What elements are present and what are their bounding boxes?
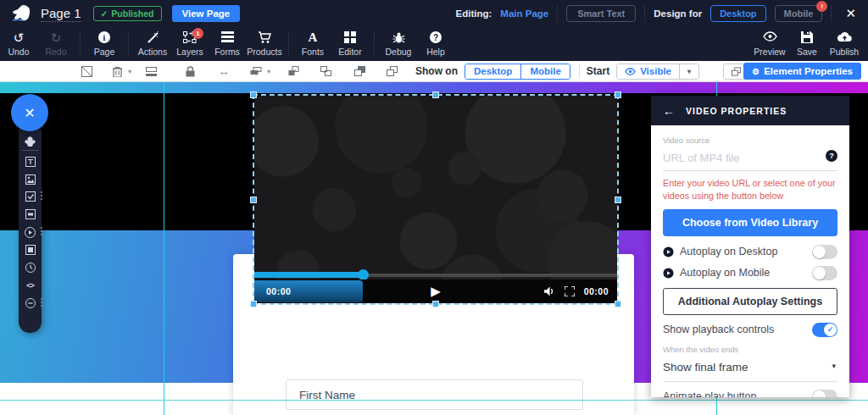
redo-button[interactable]: ↻ Redo	[37, 31, 75, 57]
resize-handle-se[interactable]	[615, 301, 621, 307]
palette-progress-tool[interactable]	[19, 296, 42, 311]
show-playback-controls-toggle[interactable]: ✓	[812, 323, 837, 337]
fonts-button[interactable]: A Fonts	[294, 31, 331, 57]
view-page-button[interactable]: View Page	[172, 5, 241, 22]
resize-handle-ne[interactable]	[615, 91, 621, 98]
video-duration: 00:00	[584, 286, 609, 296]
volume-icon[interactable]	[544, 286, 555, 296]
undo-button[interactable]: ↺ Undo	[0, 31, 37, 57]
close-editor-icon[interactable]: ✕	[840, 6, 861, 21]
help-icon[interactable]: ?	[826, 150, 837, 162]
editing-page-link[interactable]: Main Page	[500, 8, 548, 19]
editing-label: Editing:	[456, 8, 492, 19]
show-on-label: Show on	[415, 65, 458, 77]
palette-image-tool[interactable]	[19, 172, 42, 187]
video-properties-panel: ← VIDEO PROPERTIES Video source ? Enter …	[651, 96, 849, 397]
additional-autoplay-settings-button[interactable]: Additional Autoplay Settings	[663, 288, 837, 315]
palette-form-tool[interactable]	[19, 189, 42, 204]
palette-shape-tool[interactable]	[19, 242, 42, 257]
lock-icon[interactable]	[180, 66, 200, 77]
video-ends-label: When the video ends	[663, 345, 837, 354]
palette-video-tool[interactable]	[19, 224, 42, 240]
preview-button[interactable]: Preview	[751, 31, 788, 57]
divider	[831, 6, 832, 21]
choose-from-library-button[interactable]: Choose from Video Library	[663, 209, 837, 236]
info-icon: i	[98, 31, 110, 43]
page-title[interactable]: Page 1	[41, 6, 81, 22]
cloud-upload-icon	[837, 31, 852, 42]
publish-button[interactable]: Publish	[826, 31, 863, 57]
video-source-label: Video source	[663, 136, 837, 145]
redo-icon: ↻	[51, 31, 62, 45]
panel-title: VIDEO PROPERTIES	[686, 106, 787, 116]
mobile-alert-badge: !	[816, 1, 827, 12]
animate-play-button-toggle[interactable]	[812, 390, 837, 397]
start-visibility-control: Visible ▾	[616, 64, 699, 80]
send-backward-icon[interactable]	[315, 66, 336, 76]
products-button[interactable]: Products	[246, 31, 283, 57]
resize-handle-s[interactable]	[432, 301, 439, 307]
help-icon: ?	[430, 31, 442, 43]
divider	[579, 64, 580, 78]
video-url-input[interactable]	[663, 152, 815, 164]
check-icon: ✓	[101, 8, 108, 19]
floppy-icon	[801, 31, 813, 43]
resize-handle-nw[interactable]	[250, 91, 257, 98]
divider	[644, 6, 645, 21]
autoplay-mobile-toggle[interactable]	[812, 266, 837, 280]
palette-text-tool[interactable]	[19, 154, 42, 169]
divider	[288, 33, 289, 55]
show-on-desktop-button[interactable]: Desktop	[465, 64, 520, 79]
page-button[interactable]: i Page	[86, 31, 123, 57]
video-element[interactable]: 00:00 ▶ 00:00	[254, 96, 617, 303]
first-name-field[interactable]	[286, 379, 583, 410]
resize-handle-n[interactable]	[432, 91, 439, 98]
design-mobile-button[interactable]: Mobile !	[775, 5, 823, 22]
resize-handle-e[interactable]	[615, 196, 621, 203]
section-bars-icon[interactable]	[141, 67, 161, 76]
wand-icon	[147, 31, 159, 44]
editor-button[interactable]: Editor	[331, 31, 369, 57]
eye-icon	[625, 68, 636, 75]
actions-button[interactable]: Actions	[134, 31, 171, 57]
bring-forward-icon[interactable]	[283, 66, 303, 76]
fullscreen-icon[interactable]	[565, 286, 575, 296]
video-control-bar: 00:00 ▶ 00:00	[254, 279, 617, 303]
autoplay-mobile-label: Autoplay on Mobile	[680, 267, 770, 279]
start-visible-button[interactable]: Visible	[617, 64, 679, 79]
layers-button[interactable]: Layers 1	[171, 31, 209, 57]
start-visible-caret[interactable]: ▾	[679, 64, 698, 79]
resize-handle-sw[interactable]	[250, 301, 257, 307]
element-palette: <>	[19, 129, 42, 333]
palette-timer-tool[interactable]	[19, 260, 42, 275]
resize-horizontal-icon[interactable]: ↔	[214, 65, 234, 78]
bug-icon	[392, 31, 405, 44]
autoplay-desktop-toggle[interactable]	[812, 245, 837, 259]
send-layer-caret[interactable]: ▾	[263, 68, 275, 75]
debug-button[interactable]: Debug	[380, 31, 417, 57]
bring-front-icon[interactable]	[349, 66, 370, 76]
back-arrow-icon[interactable]: ←	[663, 104, 675, 118]
autoplay-desktop-label: Autoplay on Desktop	[680, 246, 777, 257]
guide-line-vertical-left	[164, 82, 164, 415]
save-button[interactable]: Save	[788, 31, 826, 57]
palette-code-tool[interactable]: <>	[19, 278, 42, 293]
published-badge: ✓ Published	[93, 6, 162, 21]
design-desktop-button[interactable]: Desktop	[710, 5, 765, 22]
help-button[interactable]: ? Help	[417, 31, 454, 57]
show-on-mobile-button[interactable]: Mobile	[520, 64, 569, 79]
delete-dropdown-caret[interactable]: ▾	[124, 68, 136, 75]
palette-blocks-icon[interactable]	[19, 134, 42, 149]
smart-text-button[interactable]: Smart Text	[566, 5, 636, 22]
duplicate-icon[interactable]	[381, 66, 402, 76]
element-properties-button[interactable]: ⚙ Element Properties	[743, 63, 861, 80]
forms-button[interactable]: Forms	[209, 31, 246, 57]
play-icon[interactable]: ▶	[431, 284, 441, 299]
close-icon: ✕	[24, 105, 35, 121]
panel-body: Video source ? Enter your video URL or s…	[651, 125, 849, 397]
resize-handle-w[interactable]	[250, 196, 257, 203]
palette-button-tool[interactable]	[19, 207, 42, 222]
video-ends-select[interactable]: Show final frame ▾	[663, 359, 837, 382]
close-palette-button[interactable]: ✕	[11, 94, 48, 131]
deselect-icon[interactable]	[76, 66, 97, 77]
